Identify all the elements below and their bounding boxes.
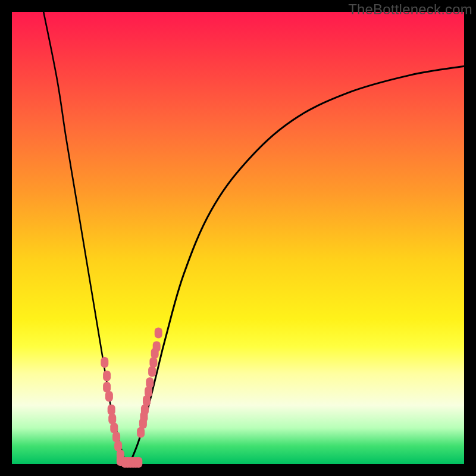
bead-marker	[105, 391, 113, 402]
watermark-label: TheBottleneck.com	[348, 1, 472, 18]
curve-right	[130, 66, 464, 464]
chart-frame: TheBottleneck.com	[0, 0, 476, 476]
bead-marker	[146, 377, 154, 388]
bead-marker	[134, 457, 142, 468]
bead-marker	[149, 357, 157, 368]
bead-marker	[103, 371, 111, 381]
bead-marker	[148, 366, 156, 377]
bead-layer	[101, 328, 162, 468]
chart-svg	[12, 12, 464, 464]
bead-marker	[153, 341, 161, 352]
bead-marker	[101, 357, 108, 368]
curve-left	[43, 12, 129, 464]
bead-marker	[145, 386, 152, 397]
bead-marker	[155, 328, 162, 339]
